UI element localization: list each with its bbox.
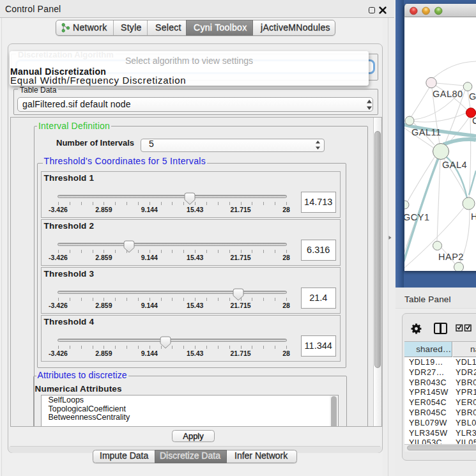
svg-text:HAP2: HAP2 [438,252,464,262]
svg-text:C: C [472,116,476,126]
svg-text:GAL4: GAL4 [442,160,467,170]
svg-text:GAL11: GAL11 [411,127,441,137]
svg-text:GA: GA [469,91,476,102]
svg-text:GAL80: GAL80 [433,89,463,99]
svg-text:GCY1: GCY1 [404,212,430,222]
svg-text:H: H [471,211,476,222]
